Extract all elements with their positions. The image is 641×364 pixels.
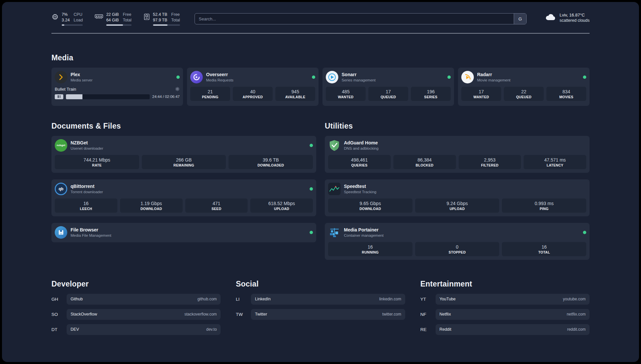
bookmark-group-social: Social LI LinkedIn linkedin.com TW Twitt… [236,280,405,335]
playback-progress-bar[interactable] [66,94,150,99]
adguard-icon [328,139,341,152]
stat-box: 86,384 BLOCKED [393,155,456,169]
stat-value: 744.21 Mbps [56,157,138,163]
cpu-progress-fill [62,24,64,26]
now-playing-title: Bullet Train [55,87,76,92]
playback-time: 24:44 / 02:06:47 [152,95,180,99]
search-input[interactable] [195,14,514,24]
service-name: Sonarr [342,72,376,77]
bookmark-link-netflix[interactable]: Netflix netflix.com [436,309,590,320]
bookmark-abbr: RE [420,327,436,332]
stat-box: 196 SERIES [411,87,451,101]
service-card-radarr: Radarr Movie management 17 WANTED 22 QUE… [458,68,590,106]
bookmark-url: youtube.com [563,297,586,301]
service-subtitle: Speedtest Tracking [344,190,376,194]
stat-value: 40 [234,89,271,94]
stat-value: 834 [548,89,585,94]
service-link-adguard[interactable]: AdGuard Home DNS and adblocking [328,139,586,152]
bookmark-name: StackOverflow [71,312,97,317]
stat-box: 2,953 FILTERED [459,155,521,169]
sonarr-icon [326,71,338,83]
memory-icon [95,13,103,26]
service-card-sonarr: Sonarr Series management 485 WANTED 17 Q… [322,68,454,106]
stat-value: 9.65 Gbps [329,201,411,206]
stat-value: 0.993 ms [503,201,585,206]
documents-column: nzbget NZBGet Usenet downloader 744.21 M… [51,136,316,242]
memory-total-label: Total [123,17,131,23]
service-subtitle: Media File Management [71,233,111,237]
gear-icon[interactable] [175,87,180,91]
pause-button[interactable] [55,94,63,99]
cpu-load-value: 3.24 [62,17,70,23]
plex-icon [55,71,67,83]
bookmark-group-developer: Developer GH Github github.com SO StackO… [51,280,221,335]
service-link-filebrowser[interactable]: File Browser Media File Management [55,226,313,239]
status-indicator [310,187,313,191]
bookmark-row: YT YouTube youtube.com [420,294,590,305]
bookmark-link-stackoverflow[interactable]: StackOverflow stackoverflow.com [67,309,221,320]
disk-total-label: Total [171,17,180,23]
bookmark-abbr: SO [51,312,67,317]
bookmark-abbr: NF [420,312,436,317]
section-title-utilities: Utilities [325,122,590,131]
stat-box: 17 QUEUED [368,87,408,101]
stat-value: 2,953 [460,157,520,163]
service-name: Speedtest [344,184,376,189]
service-subtitle: Movie management [477,78,510,82]
bookmark-link-github[interactable]: Github github.com [67,294,221,305]
bookmark-url: stackoverflow.com [184,312,217,317]
section-title-documents: Documents & Files [51,122,316,131]
status-indicator [447,76,451,79]
service-link-qbittorrent[interactable]: qb qBittorrent Torrent downloader [55,183,313,195]
cpu-label: CPU [74,12,83,17]
top-bar: 7% CPU 3.24 Load [2,2,639,26]
stat-box: 16 TOTAL [502,242,586,256]
stat-label: SERIES [412,95,449,99]
service-link-nzbget[interactable]: nzbget NZBGet Usenet downloader [55,139,313,152]
service-link-speedtest[interactable]: Speedtest Speedtest Tracking [328,183,586,195]
media-card-row: Plex Media server Bullet Train [51,68,590,106]
service-name: Media Portainer [344,227,383,233]
service-link-plex[interactable]: Plex Media server [55,71,180,83]
stat-box: 485 WANTED [326,87,366,101]
bookmark-url: twitter.com [382,312,401,317]
bookmark-link-youtube[interactable]: YouTube youtube.com [436,294,590,305]
service-card-speedtest: Speedtest Speedtest Tracking 9.65 Gbps D… [325,179,590,216]
qbittorrent-icon-text: qb [59,187,64,191]
bookmark-link-linkedin[interactable]: LinkedIn linkedin.com [251,294,405,305]
bookmark-url: dev.to [206,327,217,332]
service-link-overseerr[interactable]: Overseerr Media Requests [190,71,315,83]
bookmark-link-dev[interactable]: DEV dev.to [67,324,221,335]
qbittorrent-icon: qb [55,183,67,195]
service-link-portainer[interactable]: Media Portainer Container management [328,226,586,239]
service-name: File Browser [71,227,111,233]
stat-label: RUNNING [329,250,411,254]
bookmark-abbr: YT [420,297,436,302]
bookmark-name: LinkedIn [255,297,270,301]
stat-box: 744.21 Mbps RATE [55,155,139,169]
section-title-entertainment: Entertainment [420,280,590,288]
service-link-sonarr[interactable]: Sonarr Series management [326,71,451,83]
stat-box: 17 WANTED [461,87,501,101]
stat-value: 17 [463,89,500,94]
stat-label: WANTED [463,95,500,99]
service-name: Overseerr [206,72,233,77]
speedtest-icon [328,183,341,195]
service-name: AdGuard Home [344,140,379,146]
bookmark-link-reddit[interactable]: Reddit reddit.com [436,324,590,335]
bookmark-name: Twitter [255,312,267,317]
stat-value: 618.52 Mbps [252,201,312,206]
radarr-icon [461,71,474,83]
cpu-widget: 7% CPU 3.24 Load [51,12,83,26]
service-subtitle: DNS and adblocking [344,146,379,150]
nzbget-icon: nzbget [55,139,67,152]
bookmark-link-twitter[interactable]: Twitter twitter.com [251,309,405,320]
search-provider-button[interactable]: G [514,14,526,24]
stat-label: APPROVED [234,95,271,99]
filebrowser-icon [55,226,67,239]
service-link-radarr[interactable]: Radarr Movie management [461,71,586,83]
stat-box: 47.571 ms LATENCY [524,155,586,169]
service-name: Radarr [477,72,510,77]
disk-icon [143,13,150,26]
service-card-portainer: Media Portainer Container management 16 … [325,223,590,260]
